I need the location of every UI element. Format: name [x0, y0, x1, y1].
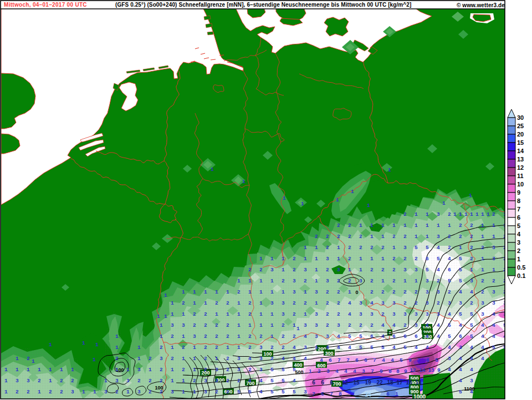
- svg-text:7: 7: [312, 391, 315, 397]
- svg-text:24: 24: [365, 392, 371, 398]
- svg-text:9: 9: [408, 357, 411, 363]
- svg-text:7: 7: [337, 357, 340, 363]
- svg-text:9: 9: [437, 367, 440, 373]
- svg-text:121122121332212243433223233233: 1211221213322122434332232332333: [171, 300, 514, 306]
- svg-text:15: 15: [517, 139, 524, 146]
- svg-text:4: 4: [382, 357, 385, 363]
- svg-text:7: 7: [346, 357, 349, 363]
- svg-text:2: 2: [403, 211, 415, 217]
- svg-text:12: 12: [341, 379, 348, 386]
- svg-text:5: 5: [400, 357, 403, 363]
- svg-text:6: 6: [426, 357, 429, 363]
- svg-text:1: 1: [309, 368, 312, 374]
- svg-text:5: 5: [321, 391, 324, 397]
- svg-text:4: 4: [320, 357, 323, 363]
- svg-text:13: 13: [428, 367, 434, 373]
- svg-text:1: 1: [351, 189, 362, 195]
- svg-text:2: 2: [517, 247, 520, 254]
- svg-text:6: 6: [386, 391, 389, 397]
- svg-text:1: 1: [242, 179, 253, 185]
- svg-text:9: 9: [517, 189, 520, 196]
- svg-text:9: 9: [380, 368, 382, 374]
- svg-text:7: 7: [517, 206, 520, 212]
- svg-text:1: 1: [415, 211, 426, 217]
- svg-text:18: 18: [387, 379, 393, 386]
- svg-text:1121222213554212232: 1121222213554212232: [304, 245, 514, 251]
- svg-text:1: 1: [164, 313, 175, 320]
- svg-text:4: 4: [344, 368, 347, 374]
- svg-text:2: 2: [318, 368, 320, 374]
- svg-text:25: 25: [517, 123, 524, 129]
- svg-text:14: 14: [415, 379, 422, 386]
- svg-text:20: 20: [517, 131, 524, 138]
- svg-text:4: 4: [517, 231, 521, 237]
- svg-text:15: 15: [353, 379, 360, 386]
- svg-text:7: 7: [371, 368, 374, 374]
- svg-text:1: 1: [442, 200, 453, 206]
- svg-text:2211111111122111: 2211111111122111: [337, 222, 514, 229]
- svg-text:1111121111313221 2222233244232: 1111121111313221 2222233244232: [182, 289, 514, 295]
- svg-text:8: 8: [396, 368, 399, 374]
- svg-text:12 2 1232112123432444: 12 2 1232112123432444 3444: [16, 356, 492, 362]
- svg-text:1: 1: [93, 357, 104, 363]
- svg-text:1: 1: [469, 193, 480, 199]
- svg-text:1: 1: [426, 211, 437, 217]
- svg-text:223123123112223354651112: 223123123112223354651112: [248, 267, 514, 273]
- svg-text:8: 8: [339, 391, 341, 397]
- svg-text:10: 10: [517, 181, 524, 188]
- svg-text:© www.wetter3.de: © www.wetter3.de: [457, 2, 505, 8]
- svg-text:6: 6: [364, 357, 367, 363]
- svg-text:4: 4: [391, 357, 394, 363]
- svg-text:12: 12: [410, 367, 416, 373]
- svg-text:1: 1: [82, 340, 93, 346]
- svg-text:3: 3: [437, 211, 448, 217]
- svg-text:19: 19: [365, 379, 371, 386]
- svg-text:8: 8: [517, 198, 520, 204]
- svg-text:11121131211122265452132: 11121131211122265452132: [259, 256, 514, 262]
- svg-text:1 12132221221224334556466644: 1 12132221221224334556466644565444: [115, 333, 514, 340]
- svg-text:6: 6: [329, 357, 331, 363]
- svg-text:0.1: 0.1: [517, 272, 525, 279]
- svg-text:1: 1: [164, 292, 175, 298]
- svg-text:4: 4: [335, 368, 339, 374]
- svg-text:1: 1: [517, 256, 520, 262]
- svg-text:5: 5: [517, 222, 520, 229]
- svg-text:1: 1: [367, 202, 378, 209]
- svg-text:7: 7: [330, 391, 332, 397]
- svg-text:112211121132132243323333345534: 1122111211321322433233333455343: [171, 311, 514, 317]
- svg-text:3: 3: [517, 239, 520, 246]
- svg-text:1221223113213223113225545553: 1221223113213223113225545553 54: [4, 389, 481, 395]
- svg-text:17: 17: [396, 379, 403, 386]
- svg-text:1: 1: [283, 195, 294, 201]
- svg-text:2: 2: [492, 211, 503, 217]
- svg-text:12: 12: [517, 164, 524, 171]
- svg-text:1: 1: [301, 201, 312, 207]
- svg-text:4: 4: [353, 368, 356, 374]
- svg-text:7: 7: [417, 357, 420, 363]
- svg-text:0.5: 0.5: [517, 264, 525, 271]
- svg-text:18: 18: [406, 379, 412, 386]
- svg-text:5: 5: [435, 357, 438, 363]
- svg-text:1: 1: [95, 342, 106, 348]
- svg-text:22: 22: [376, 379, 383, 386]
- svg-text:6: 6: [517, 214, 520, 221]
- svg-text:8: 8: [388, 368, 391, 374]
- svg-text:11: 11: [517, 173, 524, 179]
- svg-text:7: 7: [373, 357, 376, 363]
- svg-text:6: 6: [321, 379, 324, 386]
- svg-text:6: 6: [330, 379, 333, 386]
- svg-text:Mittwoch, 04–01–2017 00 UTC: Mittwoch, 04–01–2017 00 UTC: [4, 2, 87, 8]
- svg-text:14: 14: [517, 148, 524, 154]
- svg-text:14: 14: [420, 367, 426, 373]
- svg-text:1: 1: [211, 166, 222, 173]
- svg-text:1: 1: [32, 358, 43, 364]
- svg-text:1: 1: [388, 167, 399, 173]
- svg-text:9: 9: [404, 368, 407, 374]
- svg-text:1 1 2121221123224334445554544: 1 1 2121221123224334445554544 434455: [115, 345, 514, 351]
- svg-text:133222211112133232224423445454: 13322221111213323222442344545445: [160, 322, 514, 328]
- svg-text:6: 6: [355, 357, 358, 363]
- svg-text:222221122113222112: 222221122113222112: [315, 234, 514, 240]
- svg-text:13: 13: [517, 156, 524, 163]
- svg-text:1: 1: [336, 197, 347, 203]
- svg-text:6: 6: [312, 379, 315, 386]
